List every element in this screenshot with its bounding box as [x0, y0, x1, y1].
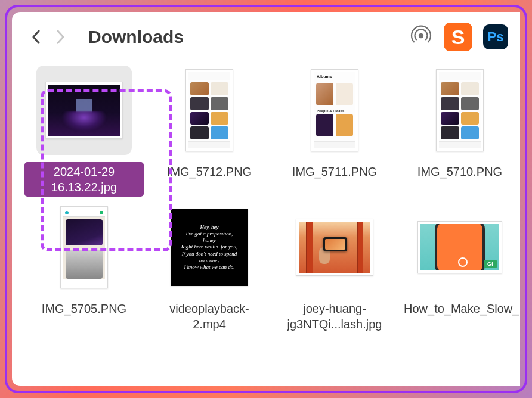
file-thumbnail: Albums People & Places — [287, 66, 382, 155]
file-name: IMG_5711.PNG — [289, 162, 381, 181]
thumb-torii-gates — [299, 222, 370, 273]
photoshop-app-icon[interactable]: Ps — [483, 24, 508, 49]
toolbar-icons: S Ps — [409, 23, 506, 51]
file-name: 2024-01-29 16.13.22.jpg — [24, 162, 144, 197]
photoshop-glyph: Ps — [488, 29, 504, 45]
annotation-border: Downloads S Ps — [5, 5, 527, 393]
file-thumbnail — [36, 203, 132, 292]
file-item[interactable]: IMG_5705.PNG — [21, 203, 147, 318]
sogou-glyph: S — [451, 26, 465, 49]
file-name: joey-huang-jg3NTQi...lash.jpg — [275, 299, 394, 334]
finder-window: Downloads S Ps — [12, 12, 520, 386]
file-item[interactable]: 2024-01-29 16.13.22.jpg — [21, 66, 147, 197]
file-item[interactable]: joey-huang-jg3NTQi...lash.jpg — [272, 203, 397, 334]
back-button[interactable] — [29, 29, 44, 45]
file-item[interactable]: IMG_5712.PNG — [147, 66, 272, 181]
file-name: IMG_5712.PNG — [163, 162, 255, 181]
file-thumbnail: Gt — [412, 203, 508, 292]
thumb-dark-room — [48, 85, 120, 136]
file-thumbnail: Hey, hey I've got a proposition, honey R… — [162, 203, 257, 292]
thumb-phone-library — [188, 72, 230, 148]
albums-header: Albums — [314, 72, 355, 83]
toolbar: Downloads S Ps — [12, 12, 520, 60]
file-thumbnail — [36, 66, 132, 155]
thumb-chat — [63, 209, 105, 285]
chevron-left-icon — [31, 29, 42, 45]
lyric-line: I know what we can do. — [184, 264, 235, 270]
file-name: videoplayback-2.mp4 — [150, 299, 269, 334]
folder-title: Downloads — [88, 27, 401, 47]
file-name: IMG_5710.PNG — [414, 162, 506, 181]
file-item[interactable]: IMG_5710.PNG — [397, 66, 520, 181]
thumb-slowmo-iphone: Gt — [420, 224, 499, 270]
thumb-video-lyrics: Hey, hey I've got a proposition, honey R… — [171, 209, 248, 286]
sogou-app-icon[interactable]: S — [444, 23, 472, 51]
file-name: IMG_5705.PNG — [38, 299, 130, 318]
file-thumbnail — [287, 203, 382, 292]
file-thumbnail — [412, 66, 508, 155]
forward-button[interactable] — [52, 29, 68, 45]
thumb-albums: Albums People & Places — [314, 72, 355, 148]
file-item[interactable]: Hey, hey I've got a proposition, honey R… — [147, 203, 272, 334]
airdrop-icon — [409, 24, 433, 48]
file-name: How_to_Make_Slow_Mo_...hone.jpg — [400, 299, 519, 318]
people-label: People & Places — [314, 108, 355, 114]
lyric-line: I've got a proposition, — [185, 231, 233, 237]
lyric-line: Hey, hey — [200, 224, 219, 231]
lyric-line: If you don't need to spend — [182, 251, 237, 257]
gt-badge: Gt — [484, 260, 497, 268]
lyric-line: honey — [203, 237, 216, 244]
chevron-right-icon — [55, 29, 66, 45]
lyric-line: no money — [199, 257, 220, 264]
thumb-phone-library — [439, 72, 481, 148]
file-grid: 2024-01-29 16.13.22.jpg — [12, 60, 520, 334]
file-item[interactable]: Gt How_to_Make_Slow_Mo_...hone.jpg — [397, 203, 520, 318]
file-thumbnail — [162, 66, 257, 155]
lyric-line: Right here waitin' for you, — [181, 244, 237, 250]
file-item[interactable]: Albums People & Places IMG_5711.PNG — [272, 66, 397, 181]
airdrop-button[interactable] — [409, 24, 433, 50]
svg-point-0 — [419, 33, 423, 38]
